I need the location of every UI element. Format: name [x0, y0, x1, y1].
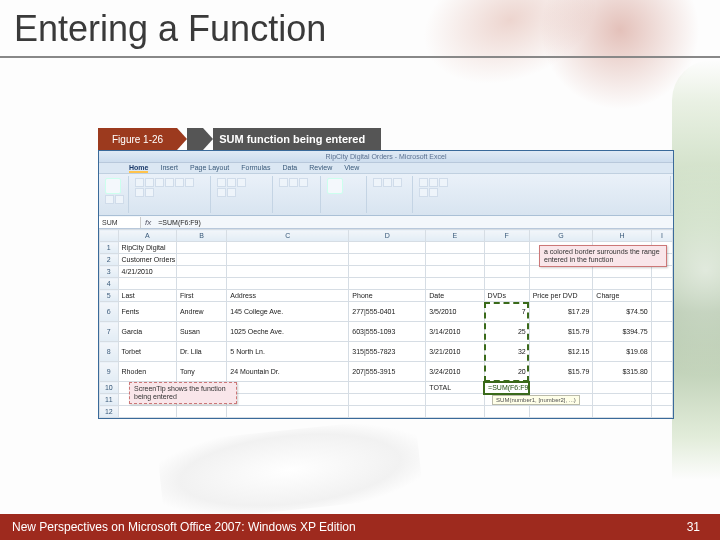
- cell[interactable]: $15.79: [529, 322, 593, 342]
- cell[interactable]: [227, 266, 349, 278]
- cell[interactable]: $15.79: [529, 362, 593, 382]
- cell[interactable]: 25: [484, 322, 529, 342]
- cell[interactable]: 603|555-1093: [349, 322, 426, 342]
- cell[interactable]: [593, 394, 651, 406]
- row-header[interactable]: 7: [100, 322, 119, 342]
- ribbon-tab-data[interactable]: Data: [282, 164, 297, 173]
- cell[interactable]: 20: [484, 362, 529, 382]
- cell[interactable]: Last: [118, 290, 176, 302]
- cell[interactable]: [593, 278, 651, 290]
- ribbon-tab-formulas[interactable]: Formulas: [241, 164, 270, 173]
- insert-cells-icon[interactable]: [373, 178, 382, 187]
- cell[interactable]: [349, 278, 426, 290]
- cell[interactable]: [118, 406, 176, 418]
- row-header[interactable]: 5: [100, 290, 119, 302]
- cell[interactable]: [651, 342, 672, 362]
- cell[interactable]: [426, 242, 484, 254]
- percent-icon[interactable]: [289, 178, 298, 187]
- ribbon-tab-home[interactable]: Home: [129, 164, 148, 173]
- cell[interactable]: [349, 382, 426, 394]
- ribbon-tab-review[interactable]: Review: [309, 164, 332, 173]
- row-header[interactable]: 3: [100, 266, 119, 278]
- column-header[interactable]: C: [227, 230, 349, 242]
- cell[interactable]: [529, 406, 593, 418]
- row-header[interactable]: 12: [100, 406, 119, 418]
- cell[interactable]: 277|555-0401: [349, 302, 426, 322]
- font-size-down-icon[interactable]: [145, 188, 154, 197]
- cell[interactable]: Charge: [593, 290, 651, 302]
- border-icon[interactable]: [165, 178, 174, 187]
- cell[interactable]: [651, 322, 672, 342]
- cell[interactable]: [651, 290, 672, 302]
- align-center-icon[interactable]: [227, 178, 236, 187]
- cell[interactable]: [484, 278, 529, 290]
- format-cells-icon[interactable]: [393, 178, 402, 187]
- cell[interactable]: [227, 382, 349, 394]
- cell[interactable]: $74.50: [593, 302, 651, 322]
- cell[interactable]: [484, 406, 529, 418]
- cell[interactable]: [484, 242, 529, 254]
- row-header[interactable]: 8: [100, 342, 119, 362]
- row-header[interactable]: 6: [100, 302, 119, 322]
- cell[interactable]: Price per DVD: [529, 290, 593, 302]
- font-size-up-icon[interactable]: [135, 188, 144, 197]
- row-header[interactable]: 4: [100, 278, 119, 290]
- cell[interactable]: 3/24/2010: [426, 362, 484, 382]
- fill-icon[interactable]: [429, 178, 438, 187]
- delete-cells-icon[interactable]: [383, 178, 392, 187]
- bold-icon[interactable]: [135, 178, 144, 187]
- cell[interactable]: TOTAL: [426, 382, 484, 394]
- cell[interactable]: [426, 254, 484, 266]
- cell[interactable]: 5 North Ln.: [227, 342, 349, 362]
- cell[interactable]: [227, 242, 349, 254]
- cell[interactable]: Andrew: [176, 302, 226, 322]
- select-all-corner[interactable]: [100, 230, 119, 242]
- cell[interactable]: [651, 362, 672, 382]
- cut-icon[interactable]: [105, 195, 114, 204]
- ribbon-tab-page-layout[interactable]: Page Layout: [190, 164, 229, 173]
- cell[interactable]: $12.15: [529, 342, 593, 362]
- row-header[interactable]: 1: [100, 242, 119, 254]
- cell[interactable]: [227, 394, 349, 406]
- cell[interactable]: [349, 394, 426, 406]
- cell[interactable]: Phone: [349, 290, 426, 302]
- formula-text[interactable]: =SUM(F6:F9): [155, 219, 204, 226]
- cell[interactable]: [118, 278, 176, 290]
- cell[interactable]: RipCity Digital: [118, 242, 176, 254]
- ribbon-tab-view[interactable]: View: [344, 164, 359, 173]
- column-header[interactable]: I: [651, 230, 672, 242]
- paste-button[interactable]: [105, 178, 121, 194]
- cell[interactable]: Garcia: [118, 322, 176, 342]
- cell[interactable]: [426, 266, 484, 278]
- column-header[interactable]: H: [593, 230, 651, 242]
- cell[interactable]: [651, 266, 672, 278]
- sort-filter-icon[interactable]: [419, 188, 428, 197]
- clear-icon[interactable]: [439, 178, 448, 187]
- column-header[interactable]: A: [118, 230, 176, 242]
- column-header[interactable]: F: [484, 230, 529, 242]
- cell[interactable]: $315.80: [593, 362, 651, 382]
- cell[interactable]: 4/21/2010: [118, 266, 176, 278]
- cell[interactable]: $394.75: [593, 322, 651, 342]
- cell[interactable]: $19.68: [593, 342, 651, 362]
- cell[interactable]: 3/14/2010: [426, 322, 484, 342]
- underline-icon[interactable]: [155, 178, 164, 187]
- autosum-icon[interactable]: [419, 178, 428, 187]
- find-select-icon[interactable]: [429, 188, 438, 197]
- align-right-icon[interactable]: [237, 178, 246, 187]
- cell[interactable]: [349, 266, 426, 278]
- column-header[interactable]: G: [529, 230, 593, 242]
- cell[interactable]: [484, 254, 529, 266]
- copy-icon[interactable]: [115, 195, 124, 204]
- row-header[interactable]: 9: [100, 362, 119, 382]
- row-header[interactable]: 11: [100, 394, 119, 406]
- cell[interactable]: [593, 382, 651, 394]
- fill-color-icon[interactable]: [175, 178, 184, 187]
- cell[interactable]: 207|555-3915: [349, 362, 426, 382]
- cell[interactable]: Date: [426, 290, 484, 302]
- cell[interactable]: $17.29: [529, 302, 593, 322]
- comma-icon[interactable]: [299, 178, 308, 187]
- cell[interactable]: Torbet: [118, 342, 176, 362]
- cell[interactable]: 315|555-7823: [349, 342, 426, 362]
- font-color-icon[interactable]: [185, 178, 194, 187]
